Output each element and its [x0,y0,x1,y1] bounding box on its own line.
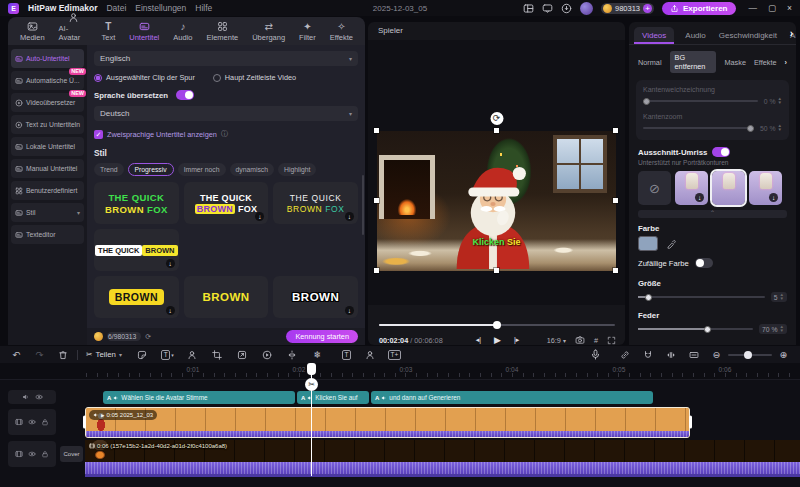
sidebar-item-stil[interactable]: Stil▾ [11,203,84,222]
outline-preset-1[interactable]: ↓ [675,171,708,205]
aspect-ratio-select[interactable]: 16:9 ▾ [547,336,566,345]
download-icon[interactable] [561,3,572,14]
close-button[interactable]: × [787,3,792,13]
ripple-edit-icon[interactable] [664,348,677,361]
export-button[interactable]: Exportieren [662,2,735,15]
film-icon[interactable] [15,450,23,458]
edge-feather-value[interactable]: 0 %▲▼ [764,97,782,105]
progress-knob[interactable] [493,321,501,329]
sidebar-item-manual-untertitel[interactable]: Manual Untertitel [11,159,84,178]
clip-trim-handle-right[interactable] [689,416,692,429]
selection-handle[interactable] [374,198,379,203]
style-tab-progressiv[interactable]: Progressiv [128,163,174,176]
credits-badge[interactable]: 980313 + [601,3,654,14]
slider-knob[interactable] [747,125,754,132]
selection-handle[interactable] [374,128,379,133]
style-preset-7[interactable]: BROWN ↓ [273,276,358,318]
clip-trim-handle-left[interactable] [83,416,86,429]
style-preset-3[interactable]: THE QUICK BROWN FOX ↓ [273,182,358,224]
menu-hilfe[interactable]: Hilfe [195,3,212,13]
player-progress[interactable] [379,321,615,329]
sidebar-item-videouebersetzer[interactable]: VideoübersetzerNEW [11,93,84,112]
panel-scrollbar[interactable] [362,175,364,235]
style-tab-highlight[interactable]: Highlight [278,163,316,176]
export-frame-tool-icon[interactable] [236,348,249,361]
menu-datei[interactable]: Datei [106,3,126,13]
eyedropper-icon[interactable] [666,238,677,249]
minimize-button[interactable]: — [749,3,758,13]
more-subtabs-chevron-icon[interactable]: › [785,58,787,67]
feather-slider[interactable] [638,328,753,330]
voice-tool-icon[interactable] [186,348,199,361]
target-language-select[interactable]: Deutsch ▾ [94,106,358,121]
eye-icon[interactable] [28,418,36,426]
collapse-bar[interactable]: ⌃ [638,210,787,218]
sidebar-item-benutzerdefiniert[interactable]: Benutzerdefiniert [11,181,84,200]
edge-feather-slider[interactable] [643,100,758,102]
size-slider[interactable] [638,296,765,298]
style-preset-2[interactable]: THE QUICK BROWN FOX ↓ [184,182,269,224]
selection-handle[interactable] [613,268,618,273]
feedback-bubble-icon[interactable] [542,3,553,14]
size-value[interactable]: 5▲▼ [771,292,787,302]
main-video-clip[interactable]: 0:06 (157e15b2-1a2d-40d2-a01d-2f0c4100a6… [85,440,800,462]
outline-toggle[interactable] [712,147,730,157]
style-preset-6[interactable]: BROWN [184,276,269,318]
slider-knob[interactable] [704,326,711,333]
slider-knob[interactable] [643,98,650,105]
cover-button[interactable]: Cover [60,446,83,462]
style-preset-1[interactable]: THE QUICK BROWN FOX [94,182,179,224]
outline-preset-2-selected[interactable] [712,171,745,205]
start-recognition-button[interactable]: Kennung starten [286,330,358,343]
delete-button[interactable] [56,348,69,361]
edge-zoom-slider[interactable] [643,127,754,129]
sidebar-item-texteditor[interactable]: Texteditor [11,225,84,244]
subtitle-clip-1[interactable]: A Wählen Sie die Avatar Stimme [103,391,295,404]
style-tab-trend[interactable]: Trend [94,163,124,176]
random-color-toggle[interactable] [695,258,713,268]
tab-medien[interactable]: Medien [20,21,45,42]
more-tabs-chevron-icon[interactable]: › [790,28,793,39]
subtab-normal[interactable]: Normal [638,58,662,67]
sidebar-item-automatische[interactable]: Automatische Ü...NEW [11,71,84,90]
eye-icon[interactable] [35,393,43,401]
source-language-select[interactable]: Englisch ▾ [94,51,358,66]
lock-icon[interactable] [41,450,49,458]
sidebar-item-text-zu-untertiteln[interactable]: Text zu Untertiteln [11,115,84,134]
freeze-tool-icon[interactable]: ❄ [311,348,324,361]
record-mic-icon[interactable] [589,348,602,361]
style-tab-dynamisch[interactable]: dynamisch [230,163,275,176]
tab-videos[interactable]: Videos [634,27,674,44]
tts-speaker-icon[interactable] [22,393,30,401]
tab-text[interactable]: TText [102,21,116,42]
menu-einstellungen[interactable]: Einstellungen [135,3,186,13]
color-swatch[interactable] [638,236,658,251]
fit-timeline-icon[interactable] [687,348,700,361]
lock-icon[interactable] [41,418,49,426]
selection-handle[interactable] [613,198,618,203]
tab-filter[interactable]: ✦Filter [299,21,316,42]
playhead-marker[interactable] [307,363,316,375]
subtitle-clip-2[interactable]: A Klicken Sie auf [297,391,369,404]
edge-zoom-value[interactable]: 50 %▲▼ [760,124,782,132]
main-clip-waveform[interactable] [85,462,800,474]
sidebar-item-auto-untertitel[interactable]: Auto-Untertitel [11,49,84,68]
zoom-out-button[interactable]: ⊖ [710,348,723,361]
tab-audio-props[interactable]: Audio [683,27,707,44]
selection-handle[interactable] [494,268,499,273]
subtitle-clip-3[interactable]: A und dann auf Generieren [371,391,653,404]
style-tab-immer-noch[interactable]: Immer noch [178,163,226,176]
add-text-tool[interactable]: T [340,348,353,361]
style-preset-5[interactable]: BROWN ↓ [94,276,179,318]
tab-untertitel[interactable]: Untertitel [129,21,159,42]
zoom-in-button[interactable]: ⊕ [777,348,790,361]
add-subtitle-tool[interactable]: T+ [388,348,401,361]
next-frame-button[interactable]: |▸ [514,336,519,344]
redo-button[interactable]: ↷ [33,348,46,361]
sidebar-item-lokale-untertitel[interactable]: Lokale Untertitel [11,137,84,156]
subtab-maske[interactable]: Maske [724,58,746,67]
tab-elemente[interactable]: Elemente [206,21,238,42]
avatar-tool-icon[interactable] [364,348,377,361]
flip-tool-icon[interactable] [286,348,299,361]
play-button[interactable]: ▶ [494,335,501,345]
